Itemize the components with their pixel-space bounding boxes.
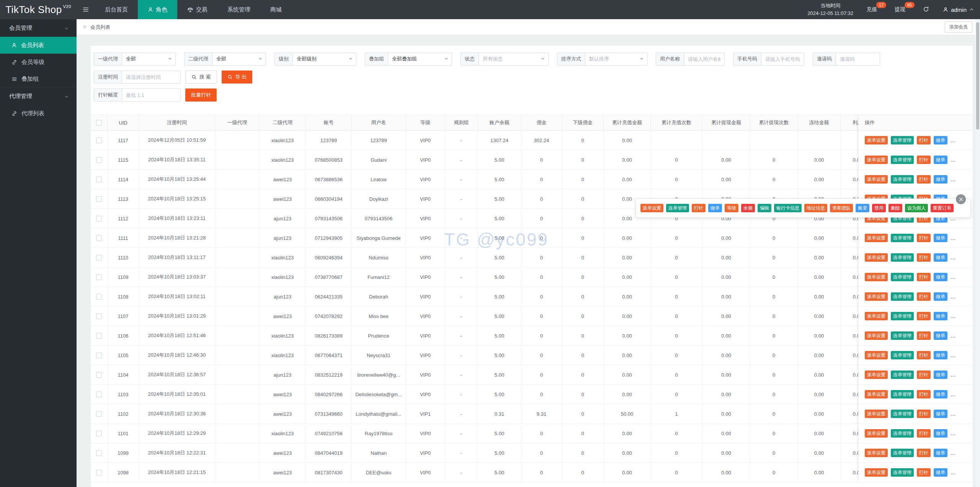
popup-action-做单[interactable]: 做单	[708, 204, 722, 212]
batch-inject-button[interactable]: 批量打针	[185, 89, 217, 102]
action-button-做单[interactable]: 做单	[934, 371, 947, 379]
popup-action-等级[interactable]: 等级	[725, 204, 738, 212]
popup-action-查看团队[interactable]: 查看团队	[830, 204, 853, 212]
filter-text-input[interactable]	[836, 53, 880, 65]
action-button-打针[interactable]: 打针	[917, 468, 931, 477]
action-button-打针[interactable]: 打针	[917, 390, 931, 398]
export-button[interactable]: 导 出	[222, 71, 253, 84]
row-checkbox[interactable]	[96, 353, 102, 358]
row-checkbox[interactable]	[96, 157, 102, 163]
register-time-input[interactable]	[122, 71, 180, 83]
action-button-做单[interactable]: 做单	[934, 234, 947, 242]
more-actions-button[interactable]: ...	[951, 313, 956, 319]
row-checkbox[interactable]	[96, 274, 102, 280]
nav-item-4[interactable]: 系统管理	[217, 0, 260, 19]
row-checkbox[interactable]	[96, 294, 102, 300]
select-all-checkbox[interactable]	[96, 120, 102, 126]
more-actions-button[interactable]: ...	[951, 411, 956, 417]
action-button-派单设置[interactable]: 派单设置	[865, 390, 888, 398]
action-button-派单设置[interactable]: 派单设置	[865, 273, 888, 281]
filter-select-value[interactable]: 默认排序	[585, 53, 647, 65]
action-button-做单[interactable]: 做单	[934, 331, 947, 340]
more-actions-button[interactable]: ...	[951, 470, 956, 476]
row-checkbox[interactable]	[96, 470, 102, 476]
sidebar-item-2[interactable]: 会员列表	[0, 37, 77, 54]
sidebar-item-6[interactable]: 代理列表	[0, 105, 77, 122]
action-button-打针[interactable]: 打针	[917, 234, 931, 242]
row-checkbox[interactable]	[96, 196, 102, 202]
action-button-做单[interactable]: 做单	[934, 429, 947, 438]
user-menu[interactable]: admin	[943, 7, 974, 13]
popup-action-禁用[interactable]: 禁用	[872, 204, 886, 212]
popup-action-设为假人[interactable]: 设为假人	[905, 204, 928, 212]
action-button-打针[interactable]: 打针	[917, 351, 931, 359]
more-actions-button[interactable]: ...	[951, 157, 956, 163]
action-button-做单[interactable]: 做单	[934, 273, 947, 281]
filter-select-value[interactable]: 全部	[212, 53, 266, 65]
action-button-派单设置[interactable]: 派单设置	[865, 234, 888, 242]
action-button-派单设置[interactable]: 派单设置	[865, 156, 888, 164]
action-button-打针[interactable]: 打针	[917, 429, 931, 438]
more-actions-button[interactable]: ...	[951, 274, 956, 280]
refresh-button[interactable]	[923, 6, 929, 13]
more-actions-button[interactable]: ...	[951, 372, 956, 378]
action-button-打针[interactable]: 打针	[917, 156, 931, 164]
action-button-连单管理[interactable]: 连单管理	[891, 331, 914, 340]
vertical-scrollbar[interactable]	[975, 19, 980, 487]
action-button-连单管理[interactable]: 连单管理	[891, 351, 914, 359]
action-button-打针[interactable]: 打针	[917, 312, 931, 320]
row-checkbox[interactable]	[96, 177, 102, 182]
action-button-连单管理[interactable]: 连单管理	[891, 429, 914, 438]
action-button-派单设置[interactable]: 派单设置	[865, 351, 888, 359]
action-button-连单管理[interactable]: 连单管理	[891, 253, 914, 262]
row-checkbox[interactable]	[96, 411, 102, 417]
add-member-button[interactable]: 添加会员	[945, 21, 972, 33]
popup-action-连单管理[interactable]: 连单管理	[666, 204, 689, 212]
nav-item-5[interactable]: 商城	[260, 0, 292, 19]
row-checkbox[interactable]	[96, 431, 102, 436]
action-button-连单管理[interactable]: 连单管理	[891, 175, 914, 184]
action-button-打针[interactable]: 打针	[917, 331, 931, 340]
action-button-连单管理[interactable]: 连单管理	[891, 449, 914, 457]
filter-text-input[interactable]	[761, 53, 804, 65]
action-button-打针[interactable]: 打针	[917, 175, 931, 184]
filter-text-input[interactable]	[684, 53, 724, 65]
action-button-派单设置[interactable]: 派单设置	[865, 292, 888, 301]
action-button-打针[interactable]: 打针	[917, 410, 931, 418]
more-actions-button[interactable]: ...	[951, 177, 956, 182]
action-button-派单设置[interactable]: 派单设置	[865, 331, 888, 340]
action-button-做单[interactable]: 做单	[934, 156, 947, 164]
popup-action-打针[interactable]: 打针	[692, 204, 706, 212]
action-button-派单设置[interactable]: 派单设置	[865, 410, 888, 418]
action-button-派单设置[interactable]: 派单设置	[865, 429, 888, 438]
scrollbar-thumb[interactable]	[976, 22, 979, 130]
action-button-连单管理[interactable]: 连单管理	[891, 156, 914, 164]
more-actions-button[interactable]: ...	[951, 431, 956, 436]
filter-select-value[interactable]: 全部叠加组	[388, 53, 452, 65]
sidebar-toggle-button[interactable]	[77, 0, 95, 19]
action-button-派单设置[interactable]: 派单设置	[865, 136, 888, 144]
action-button-做单[interactable]: 做单	[934, 312, 947, 320]
action-button-连单管理[interactable]: 连单管理	[891, 390, 914, 398]
row-checkbox[interactable]	[96, 450, 102, 456]
action-button-连单管理[interactable]: 连单管理	[891, 410, 914, 418]
more-actions-button[interactable]: ...	[951, 333, 956, 339]
sidebar-item-3[interactable]: 会员等级	[0, 54, 77, 71]
action-button-派单设置[interactable]: 派单设置	[865, 175, 888, 184]
action-button-打针[interactable]: 打针	[917, 371, 931, 379]
action-button-连单管理[interactable]: 连单管理	[891, 234, 914, 242]
popup-action-余额[interactable]: 余额	[741, 204, 755, 212]
popup-action-银行卡信息[interactable]: 银行卡信息	[774, 204, 802, 212]
action-button-连单管理[interactable]: 连单管理	[891, 292, 914, 301]
sidebar-group-5[interactable]: 代理管理	[0, 87, 77, 105]
popup-action-编辑[interactable]: 编辑	[758, 204, 771, 212]
more-actions-button[interactable]: ...	[951, 138, 956, 143]
filter-select-value[interactable]: 全部级别	[293, 53, 356, 65]
action-button-做单[interactable]: 做单	[934, 351, 947, 359]
popup-action-删除[interactable]: 删除	[889, 204, 902, 212]
action-button-打针[interactable]: 打针	[917, 292, 931, 301]
popup-action-地址信息[interactable]: 地址信息	[804, 204, 827, 212]
action-button-做单[interactable]: 做单	[934, 175, 947, 184]
popup-action-账变[interactable]: 账变	[856, 204, 869, 212]
filter-select-value[interactable]: 所有状态	[479, 53, 548, 65]
